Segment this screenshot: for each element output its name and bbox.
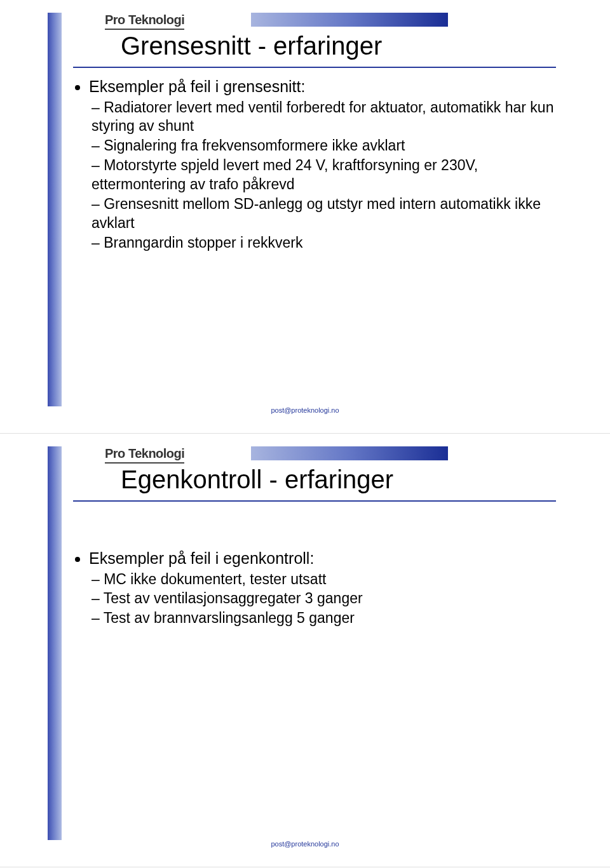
brand-logo: Pro Teknologi [105, 13, 184, 30]
sub-bullet: Test av brannvarslingsanlegg 5 ganger [92, 609, 566, 628]
slide-content: Eksempler på feil i egenkontroll: MC ikk… [76, 548, 566, 629]
horizontal-accent-bar [251, 446, 448, 460]
sub-bullet: Test av ventilasjonsaggregater 3 ganger [92, 589, 566, 608]
footer-email: post@proteknologi.no [0, 406, 610, 414]
slide-content: Eksempler på feil i grensesnitt: Radiato… [76, 76, 566, 254]
slide-title: Grensesnitt - erfaringer [121, 32, 382, 60]
bullet-main-text: Eksempler på feil i egenkontroll: [89, 549, 314, 567]
sub-bullet: Radiatorer levert med ventil forberedt f… [92, 98, 566, 137]
sub-bullet: MC ikke dokumentert, tester utsatt [92, 570, 566, 589]
title-underline [73, 500, 556, 502]
slide-1: Pro Teknologi Grensesnitt - erfaringer E… [0, 0, 610, 434]
slide-2: Pro Teknologi Egenkontroll - erfaringer … [0, 434, 610, 867]
title-underline [73, 67, 556, 68]
bullet-main: Eksempler på feil i grensesnitt: Radiato… [89, 76, 566, 253]
brand-logo: Pro Teknologi [105, 446, 184, 464]
sub-bullet: Branngardin stopper i rekkverk [92, 234, 566, 253]
sub-bullet: Grensesnitt mellom SD-anlegg og utstyr m… [92, 195, 566, 233]
footer-email: post@proteknologi.no [0, 840, 610, 848]
vertical-accent-bar [48, 446, 62, 840]
horizontal-accent-bar [251, 13, 448, 27]
sub-bullet: Motorstyrte spjeld levert med 24 V, kraf… [92, 156, 566, 194]
vertical-accent-bar [48, 13, 62, 406]
bullet-main-text: Eksempler på feil i grensesnitt: [89, 77, 305, 95]
slide-title: Egenkontroll - erfaringer [121, 465, 393, 494]
sub-bullet: Signalering fra frekvensomformere ikke a… [92, 137, 566, 156]
bullet-main: Eksempler på feil i egenkontroll: MC ikk… [89, 548, 566, 628]
